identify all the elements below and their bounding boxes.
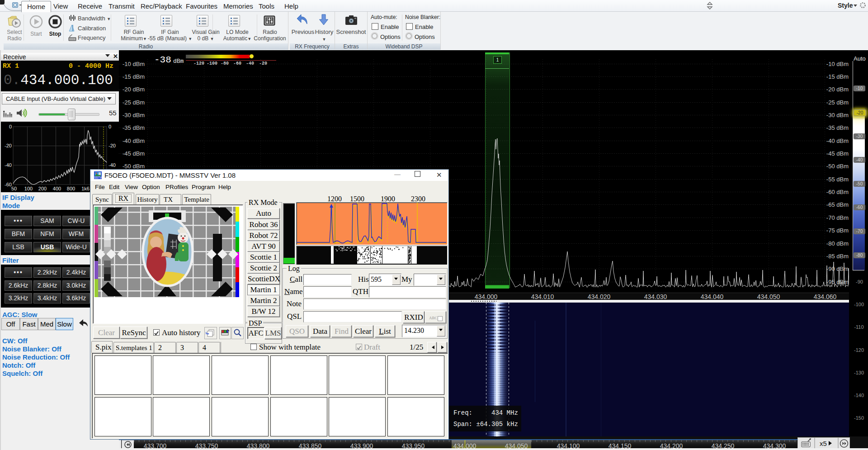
svg-text:400: 400	[53, 186, 61, 191]
svg-text:50: 50	[11, 186, 17, 191]
svg-text:200: 200	[38, 186, 47, 191]
svg-text:0: 0	[108, 124, 111, 129]
svg-text:-20: -20	[108, 143, 116, 148]
svg-text:-60: -60	[5, 182, 12, 187]
svg-text:SSTV: SSTV	[94, 176, 102, 179]
svg-text:800: 800	[67, 186, 75, 191]
svg-text:-40: -40	[108, 162, 116, 168]
svg-text:-40: -40	[5, 162, 12, 168]
svg-text:1k6: 1k6	[81, 186, 90, 191]
svg-text:-20: -20	[5, 143, 12, 148]
svg-text:0: 0	[9, 124, 12, 129]
svg-text:100: 100	[24, 186, 33, 191]
